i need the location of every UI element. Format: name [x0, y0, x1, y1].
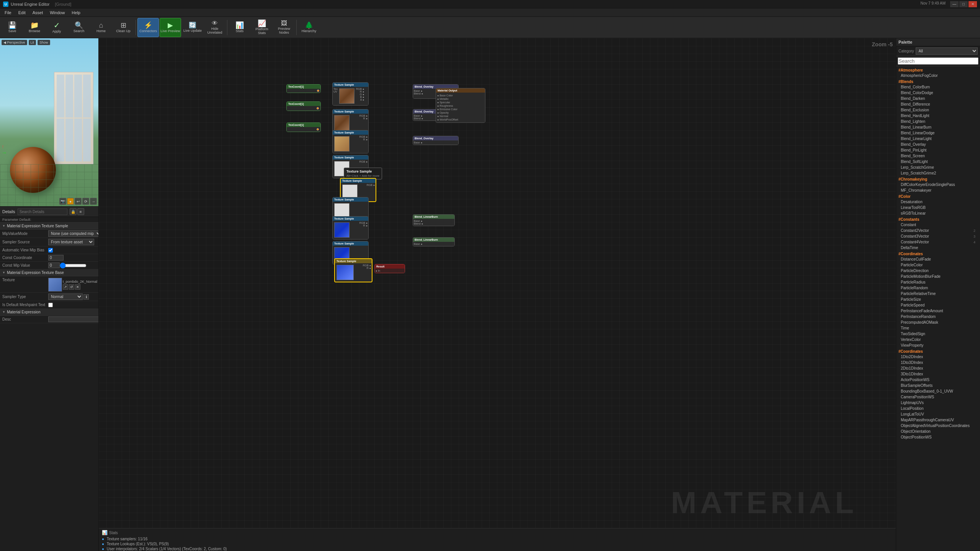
menu-file[interactable]: File	[2, 10, 15, 16]
browse-button[interactable]: 📁 Browse	[24, 18, 45, 37]
palette-item-blursampleoffsets[interactable]: BlurSampleOffsets	[896, 383, 980, 388]
previewnodes-button[interactable]: 🖼 Preview Nodes	[273, 18, 295, 37]
palette-item-actorpositionws[interactable]: ActorPositionWS	[896, 377, 980, 383]
palette-item-blend-darken[interactable]: Blend_Darken	[896, 96, 980, 101]
palette-item-blend-lighten[interactable]: Blend_Lighten	[896, 119, 980, 124]
node-texcoord-2[interactable]: TexCoord[1]	[286, 101, 321, 111]
nav-ctrl-2[interactable]: ●	[67, 198, 74, 205]
defaultmeshpaint-checkbox[interactable]	[48, 303, 53, 307]
node-lower-right-2[interactable]: Blend_LinearBurn Base ●	[413, 237, 455, 246]
palette-item-lerp-scratchgrime2[interactable]: Lerp_ScratchGrime2	[896, 170, 980, 176]
automipbias-checkbox[interactable]	[48, 248, 53, 253]
palette-item-distancecullfade[interactable]: DistanceCullFade	[896, 256, 980, 262]
palette-item-desaturation[interactable]: Desaturation	[896, 199, 980, 205]
node-right-3[interactable]: Blend_Overlay Base ●	[413, 136, 459, 145]
details-search-input[interactable]	[18, 209, 67, 215]
palette-item-srgbtolinear[interactable]: sRGBToLinear	[896, 210, 980, 216]
palette-item-longlatouv[interactable]: LongLatToUV	[896, 411, 980, 417]
palette-item-atmosphericfogcolor[interactable]: AtmosphericFogColor	[896, 73, 980, 78]
close-button[interactable]: ✕	[969, 1, 977, 7]
hideunrelated-button[interactable]: 👁 Hide Unrelated	[204, 18, 225, 37]
minimize-button[interactable]: —	[950, 1, 959, 7]
node-texture-sample-3[interactable]: Texture Sample RGB ● R ●	[332, 130, 369, 153]
palette-item-blend-linearlight[interactable]: Blend_LinearLight	[896, 136, 980, 142]
palette-item-viewproperty[interactable]: ViewProperty	[896, 342, 980, 348]
palette-item-blend-difference[interactable]: Blend_Difference	[896, 101, 980, 107]
palette-item-camerapositionws[interactable]: CameraPositionWS	[896, 394, 980, 400]
palette-item-twosidedsign[interactable]: TwoSidedSign	[896, 331, 980, 337]
mipvaluemode-select[interactable]: None (use computed mip level)	[48, 230, 98, 237]
section-texture-base[interactable]: Material Expression Texture Base	[0, 269, 98, 276]
menu-asset[interactable]: Asset	[29, 10, 46, 16]
home-button[interactable]: ⌂ Home	[90, 18, 112, 37]
node-lower-right-1[interactable]: Blend_LinearBurn Base ●Blend ●	[413, 214, 455, 226]
constmip-input[interactable]	[48, 262, 60, 268]
nav-ctrl-1[interactable]: 📷	[59, 198, 66, 205]
samplertype-select[interactable]: Normal	[48, 293, 83, 300]
palette-item-deltatime[interactable]: DeltaTime	[896, 245, 980, 251]
palette-item-3dto1dindex[interactable]: 3Dto1DIndex	[896, 371, 980, 377]
palette-item-blend-overlay[interactable]: Blend_Overlay	[896, 142, 980, 147]
palette-item-lightmapuvs[interactable]: LightmapUVs	[896, 400, 980, 406]
palette-item-blend-pinlight[interactable]: Blend_PinLight	[896, 147, 980, 153]
palette-item-1dto3dindex[interactable]: 1Dto3DIndex	[896, 360, 980, 365]
node-texcoord-1[interactable]: TexCoord[1]	[286, 84, 321, 93]
platformstats-button[interactable]: 📈 Platform Stats	[251, 18, 273, 37]
node-material-output[interactable]: Result ● In	[374, 264, 405, 273]
palette-item-perinstancefadeamount[interactable]: PerInstanceFadeAmount	[896, 308, 980, 314]
palette-item-blend-softlight[interactable]: Blend_SoftLight	[896, 159, 980, 165]
details-filter-btn[interactable]: ≡	[77, 208, 84, 215]
palette-item-particlecolor[interactable]: ParticleColor	[896, 262, 980, 268]
palette-item-blend-exclusion[interactable]: Blend_Exclusion	[896, 107, 980, 113]
nav-ctrl-3[interactable]: ↩	[75, 198, 82, 205]
palette-item-blend-hardlight[interactable]: Blend_HardLight	[896, 113, 980, 119]
palette-item-particlerelativetime[interactable]: ParticleRelativeTime	[896, 291, 980, 297]
palette-item-objectorientation[interactable]: ObjectOrientation	[896, 429, 980, 434]
palette-item-particlerandom[interactable]: ParticleRandom	[896, 285, 980, 291]
maximize-button[interactable]: □	[959, 1, 968, 7]
section-material-expression[interactable]: Material Expression	[0, 309, 98, 316]
livepreview-button[interactable]: ▶ Live Preview	[160, 18, 181, 37]
search-button[interactable]: 🔍 Search	[68, 18, 90, 37]
show-button[interactable]: Show	[38, 40, 50, 45]
texture-clear-btn[interactable]: ✕	[75, 284, 80, 290]
perspective-button[interactable]: ◀ Perspective	[2, 40, 27, 45]
palette-item-objectaligned[interactable]: ObjectAlignedVirtualPositionCoordinates	[896, 423, 980, 429]
palette-item-lineartosrgb[interactable]: LinearTosRGB	[896, 205, 980, 210]
lit-button[interactable]: Lit	[29, 40, 36, 45]
palette-item-diffcolorkeyer[interactable]: DiffColorKeyerErodeSinglePass	[896, 182, 980, 187]
palette-item-mf-chromakeyer[interactable]: MF_Chromakeyer	[896, 187, 980, 193]
nav-ctrl-4[interactable]: ⟳	[82, 198, 89, 205]
category-select[interactable]: All	[916, 47, 978, 55]
hierarchy-button[interactable]: 🌲 Hierarchy	[298, 18, 320, 37]
node-texture-sample-1[interactable]: Texture Sample Tex UV RGB ● R ● G ● B ● …	[332, 82, 369, 106]
palette-item-particlespeed[interactable]: ParticleSpeed	[896, 302, 980, 308]
palette-item-blend-linearburn[interactable]: Blend_LinearBurn	[896, 124, 980, 130]
section-texture-sample[interactable]: Material Expression Texture Sample	[0, 223, 98, 230]
connectors-button[interactable]: ⚡ Connectors	[137, 18, 159, 37]
node-texture-sample-6[interactable]: Texture Sample RGB ● R ●	[332, 216, 369, 240]
palette-item-1dto2dindex[interactable]: 1Dto2DIndex	[896, 354, 980, 360]
palette-item-blend-colordodge[interactable]: Blend_ColorDodge	[896, 90, 980, 96]
samplersource-select[interactable]: From texture asset	[48, 239, 94, 245]
palette-item-particledirection[interactable]: ParticleDirection	[896, 268, 980, 274]
node-texture-sample-bottom-selected[interactable]: Texture Sample RGB ● R ●	[334, 258, 372, 282]
palette-item-boundingboxbased[interactable]: BoundingBoxBased_0-1_UVW	[896, 388, 980, 394]
node-output-cluster[interactable]: Material Output ● Base Color ● Metallic …	[436, 88, 485, 123]
palette-item-maparpassthrough[interactable]: MapARPassthroughCameraUV	[896, 417, 980, 423]
menu-help[interactable]: Help	[69, 10, 83, 16]
nav-ctrl-5[interactable]: →	[90, 198, 97, 205]
palette-item-time[interactable]: Time	[896, 325, 980, 331]
texture-browse-btn[interactable]: ↗	[63, 284, 68, 290]
constcoord-input[interactable]	[48, 255, 64, 261]
menu-window[interactable]: Window	[47, 10, 68, 16]
palette-item-constant4vector[interactable]: Constant4Vector4	[896, 239, 980, 245]
constmip-slider[interactable]	[60, 263, 87, 268]
palette-item-particleradius[interactable]: ParticleRadius	[896, 279, 980, 285]
palette-item-constant[interactable]: Constant	[896, 222, 980, 228]
node-texture-sample-4[interactable]: Texture Sample RGB ●	[332, 155, 369, 178]
save-button[interactable]: 💾 Save	[2, 18, 23, 37]
cleanup-button[interactable]: ⊞ Clean Up	[113, 18, 134, 37]
palette-item-localposition[interactable]: LocalPosition	[896, 406, 980, 411]
details-lock-btn[interactable]: 🔒	[70, 208, 77, 215]
